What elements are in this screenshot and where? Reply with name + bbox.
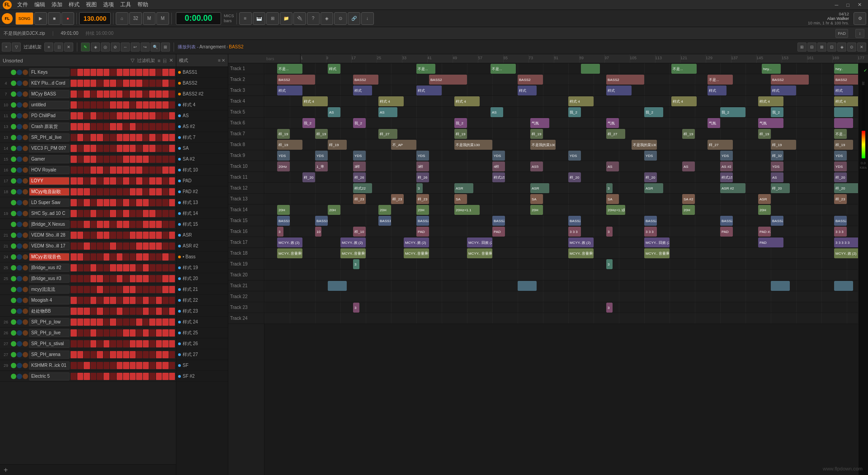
ch-green-btn[interactable] — [11, 309, 16, 314]
pad-cell[interactable] — [156, 329, 162, 337]
pad-cell[interactable] — [104, 242, 110, 250]
pad-cell[interactable] — [110, 210, 116, 217]
pad-cell[interactable] — [130, 373, 136, 380]
pad-cell[interactable] — [104, 286, 110, 293]
pad-cell[interactable] — [149, 242, 156, 250]
pad-cell[interactable] — [130, 253, 136, 261]
pad-cell[interactable] — [156, 134, 162, 141]
menu-tools[interactable]: 工具 — [118, 0, 134, 10]
channel-row[interactable]: mcyy流流流 — [0, 284, 176, 295]
pad-cell[interactable] — [77, 297, 84, 304]
pad-cell[interactable] — [143, 373, 149, 380]
ch-mute-btn[interactable] — [23, 189, 28, 195]
pad-cell[interactable] — [169, 156, 175, 163]
track-row[interactable]: 不是...样式不是...不是...不是...hey...hey.. — [264, 63, 858, 74]
pad-cell[interactable] — [136, 80, 142, 87]
pad-cell[interactable] — [162, 112, 169, 119]
track-block[interactable]: 样_19 — [454, 129, 467, 139]
track-block[interactable]: 不是... — [834, 129, 847, 139]
pad-cell[interactable] — [169, 286, 175, 293]
pad-cell[interactable] — [123, 90, 129, 98]
pad-cell[interactable] — [84, 69, 90, 76]
pad-cell[interactable] — [90, 101, 97, 109]
pad-cell[interactable] — [149, 134, 156, 141]
pad-cell[interactable] — [143, 145, 149, 152]
ch-mute-btn[interactable] — [23, 211, 28, 216]
ch-name[interactable]: SR_PH_p_low — [29, 318, 70, 326]
pad-cell[interactable] — [156, 69, 162, 76]
track-block[interactable]: YDS — [771, 162, 783, 171]
pad-cell[interactable] — [71, 210, 77, 217]
ch-name[interactable]: mcyy流流流 — [29, 285, 70, 294]
ch-add-btn[interactable]: + — [2, 43, 11, 52]
window-maximize[interactable]: □ — [843, 2, 853, 8]
ch-blue-btn[interactable] — [17, 178, 22, 184]
pad-cell[interactable] — [110, 166, 116, 174]
pad-cell[interactable] — [71, 177, 77, 185]
pad-cell[interactable] — [143, 177, 149, 185]
ch-name[interactable]: VEC3 Fi_PM 097 — [29, 144, 70, 152]
tool-rec[interactable]: ⊙ — [334, 12, 347, 25]
track-block[interactable]: PAD — [492, 227, 505, 237]
pad-cell[interactable] — [169, 308, 175, 315]
pad-cell[interactable] — [77, 210, 84, 217]
pad-cell[interactable] — [162, 134, 169, 141]
track-block[interactable]: 样式 — [606, 86, 632, 95]
pad-cell[interactable] — [77, 90, 84, 98]
channel-row[interactable]: 19 SHC Sy..ad 10 C — [0, 208, 176, 219]
pad-cell[interactable] — [136, 275, 142, 282]
track-row[interactable] — [264, 291, 858, 302]
pad-cell[interactable] — [110, 232, 116, 239]
pad-cell[interactable] — [162, 156, 169, 163]
pad-cell[interactable] — [90, 69, 97, 76]
pad-cell[interactable] — [156, 297, 162, 304]
pad-cell[interactable] — [104, 112, 110, 119]
pad-cell[interactable] — [84, 90, 90, 98]
instr-btn[interactable]: ↕ — [855, 29, 864, 38]
pad-cell[interactable] — [110, 123, 116, 130]
pad-cell[interactable] — [156, 351, 162, 358]
pad-cell[interactable] — [117, 188, 123, 195]
pad-cell[interactable] — [110, 145, 116, 152]
track-block[interactable]: 3 — [353, 303, 359, 313]
track-block[interactable]: 3样 — [353, 162, 366, 171]
track-block[interactable]: 样式 4 — [671, 96, 697, 106]
bpm-display[interactable]: 130.000 — [79, 12, 111, 25]
pad-cell[interactable] — [77, 123, 84, 130]
pad-cell[interactable] — [143, 286, 149, 293]
track-block[interactable]: YDS — [416, 151, 429, 161]
pad-cell[interactable] — [156, 373, 162, 380]
pad-cell[interactable] — [97, 166, 103, 174]
track-block[interactable]: 样式 — [328, 64, 340, 74]
pad-cell[interactable] — [104, 188, 110, 195]
track-block[interactable]: AS5 — [530, 162, 543, 171]
pad-cell[interactable] — [90, 242, 97, 250]
pad-cell[interactable] — [162, 166, 169, 174]
track-row[interactable]: 33 — [264, 302, 858, 313]
track-block[interactable]: 我_2 — [771, 107, 783, 117]
track-block[interactable]: 不是我的菜130 — [530, 140, 556, 150]
pad-cell[interactable] — [123, 166, 129, 174]
tool-btn-2[interactable]: 32 — [129, 12, 142, 25]
ch-name[interactable]: Electric 5 — [29, 372, 70, 380]
tool-gen[interactable]: ? — [307, 12, 320, 25]
pad-cell[interactable] — [149, 318, 156, 326]
track-row[interactable]: 20H20H20H20H20Hz+1.120H20Hz+1.1频率20H20H — [264, 204, 858, 215]
pad-cell[interactable] — [90, 177, 97, 185]
pad-cell[interactable] — [123, 156, 129, 163]
track-row[interactable]: 样式 4样式 4样式 4样式 4样式 4样式 4样式 4 — [264, 96, 858, 107]
pad-cell[interactable] — [77, 373, 84, 380]
pad-cell[interactable] — [104, 373, 110, 380]
pad-cell[interactable] — [156, 253, 162, 261]
track-grid[interactable]: 不是...样式不是...不是...不是...hey...hey..BASS2BA… — [264, 63, 858, 475]
channel-row[interactable]: 7 MCyy BASS — [0, 89, 176, 100]
pad-cell[interactable] — [110, 69, 116, 76]
pad-cell[interactable] — [136, 362, 142, 369]
pad-cell[interactable] — [162, 318, 169, 326]
pad-cell[interactable] — [97, 101, 103, 109]
pattern-item[interactable]: BASS2 — [176, 78, 228, 89]
pad-cell[interactable] — [169, 275, 175, 282]
pad-cell[interactable] — [149, 80, 156, 87]
ch-name[interactable]: SR_PH_arena — [29, 351, 70, 359]
pad-cell[interactable] — [84, 318, 90, 326]
